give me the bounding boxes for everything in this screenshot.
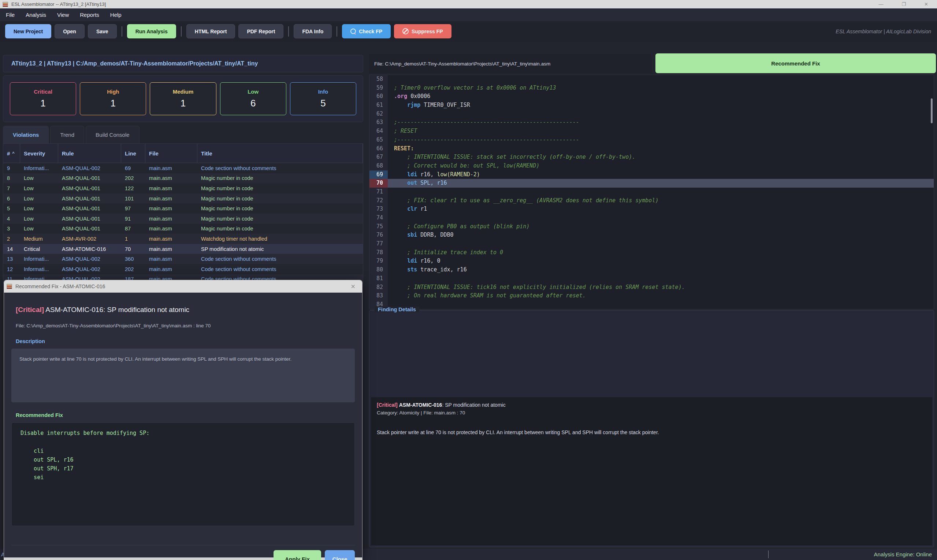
- new-project-button[interactable]: New Project: [5, 24, 51, 38]
- severity-card-info: Info5: [290, 82, 356, 115]
- editor-line[interactable]: 77: [369, 240, 934, 248]
- cell-title: Magic number in code: [198, 173, 363, 184]
- severity-card-low: Low6: [220, 82, 286, 115]
- violation-row[interactable]: 9Informati...ASM-QUAL-00269main.asmCode …: [3, 163, 363, 173]
- violations-body: 9Informati...ASM-QUAL-00269main.asmCode …: [3, 163, 363, 283]
- editor-line[interactable]: 64; RESET: [369, 127, 934, 136]
- apply-fix-button[interactable]: Apply Fix: [273, 550, 321, 560]
- cell-num: 5: [3, 203, 20, 214]
- cell-severity: Low: [20, 183, 58, 194]
- line-number: 80: [369, 266, 388, 274]
- editor-line[interactable]: 78 ; Initialize trace index to 0: [369, 248, 934, 257]
- line-content: ; INTENTIONAL ISSUE: tick16 not explicit…: [388, 283, 934, 292]
- fda-info-button[interactable]: FDA Info: [294, 24, 332, 38]
- line-content: [388, 188, 934, 197]
- violation-row[interactable]: 6LowASM-QUAL-001101main.asmMagic number …: [3, 194, 363, 204]
- violation-row[interactable]: 12Informati...ASM-QUAL-002202main.asmCod…: [3, 264, 363, 274]
- cell-num: 13: [3, 254, 20, 264]
- severity-card-count: 1: [40, 98, 45, 109]
- editor-line[interactable]: 80 sts trace_idx, r16: [369, 266, 934, 274]
- suppress-fp-button[interactable]: Suppress FP: [394, 24, 451, 38]
- code-editor[interactable]: 5859; Timer0 overflow vector is at 0x000…: [369, 75, 934, 309]
- html-report-button[interactable]: HTML Report: [186, 24, 235, 38]
- dialog-close-icon[interactable]: ✕: [351, 283, 362, 290]
- violation-row[interactable]: 5LowASM-QUAL-00197main.asmMagic number i…: [3, 203, 363, 214]
- menu-item-view[interactable]: View: [57, 12, 69, 18]
- check-fp-button[interactable]: Check FP: [342, 24, 391, 38]
- editor-line[interactable]: 75 ; Configure PB0 as output (blink pin): [369, 222, 934, 231]
- violation-row[interactable]: 14CriticalASM-ATOMIC-01670main.asmSP mod…: [3, 244, 363, 254]
- line-number: 77: [369, 240, 388, 248]
- file-path-label: File: C:\Amp_demos\AT-Tiny-Assemblomator…: [369, 54, 652, 73]
- line-number: 82: [369, 283, 388, 292]
- minimize-icon[interactable]: —: [878, 0, 883, 8]
- menu-item-file[interactable]: File: [6, 12, 15, 18]
- cell-num: 2: [3, 234, 20, 244]
- line-number: 81: [369, 274, 388, 283]
- cell-title: Magic number in code: [198, 203, 363, 214]
- finding-body: Stack pointer write at line 70 is not pr…: [377, 429, 926, 436]
- recommended-fix-button[interactable]: Recommended Fix: [655, 54, 936, 73]
- editor-line[interactable]: 70 out SPL, r16: [369, 179, 934, 188]
- line-content: ldi r16, 0: [388, 257, 934, 266]
- menu-item-analysis[interactable]: Analysis: [26, 12, 46, 18]
- maximize-icon[interactable]: ❐: [901, 0, 906, 8]
- line-number: 60: [369, 92, 388, 101]
- editor-line[interactable]: 61 rjmp TIMER0_OVF_ISR: [369, 101, 934, 110]
- tab-build-console[interactable]: Build Console: [86, 126, 139, 143]
- line-content: [388, 300, 934, 309]
- editor-line[interactable]: 84: [369, 300, 934, 309]
- pdf-report-button[interactable]: PDF Report: [238, 24, 283, 38]
- editor-line[interactable]: 66RESET:: [369, 145, 934, 153]
- violation-row[interactable]: 8LowASM-QUAL-001202main.asmMagic number …: [3, 173, 363, 184]
- tab-trend[interactable]: Trend: [50, 126, 84, 143]
- editor-line[interactable]: 76 sbi DDRB, DDB0: [369, 231, 934, 240]
- column-header-title[interactable]: Title: [198, 144, 363, 163]
- tab-violations[interactable]: Violations: [3, 126, 49, 143]
- violation-row[interactable]: 2MediumASM-AVR-0021main.asmWatchdog time…: [3, 234, 363, 244]
- cell-line: 122: [121, 183, 145, 194]
- editor-line[interactable]: 82 ; INTENTIONAL ISSUE: tick16 not expli…: [369, 283, 934, 292]
- editor-line[interactable]: 60.org 0x0006: [369, 92, 934, 101]
- menu-item-reports[interactable]: Reports: [80, 12, 99, 18]
- finding-rule-id: ASM-ATOMIC-016: [399, 402, 442, 408]
- finding-meta: Category: Atomicity | File: main.asm : 7…: [377, 410, 926, 415]
- editor-scrollbar-thumb[interactable]: [931, 98, 932, 123]
- column-header-num[interactable]: #^: [3, 144, 20, 163]
- column-header-line[interactable]: Line: [121, 144, 145, 163]
- close-icon[interactable]: ✕: [924, 0, 928, 8]
- editor-line[interactable]: 62: [369, 110, 934, 118]
- editor-line[interactable]: 73 clr r1: [369, 205, 934, 214]
- cell-title: Magic number in code: [198, 183, 363, 194]
- editor-line[interactable]: 67 ; INTENTIONAL ISSUE: stack set incorr…: [369, 153, 934, 162]
- dialog-close-button[interactable]: Close: [325, 550, 355, 560]
- editor-line[interactable]: 65;-------------------------------------…: [369, 136, 934, 145]
- dialog-title: Recommended Fix - ASM-ATOMIC-016: [15, 283, 105, 289]
- editor-line[interactable]: 74: [369, 214, 934, 222]
- editor-line[interactable]: 83 ; On real hardware SRAM is not guaran…: [369, 292, 934, 300]
- violation-row[interactable]: 7LowASM-QUAL-001122main.asmMagic number …: [3, 183, 363, 194]
- violation-row[interactable]: 4LowASM-QUAL-00191main.asmMagic number i…: [3, 214, 363, 224]
- cell-file: main.asm: [145, 163, 198, 173]
- save-button[interactable]: Save: [88, 24, 117, 38]
- cell-num: 9: [3, 163, 20, 173]
- violation-row[interactable]: 13Informati...ASM-QUAL-002360main.asmCod…: [3, 254, 363, 264]
- cell-title: Watchdog timer not handled: [198, 234, 363, 244]
- violation-row[interactable]: 3LowASM-QUAL-00187main.asmMagic number i…: [3, 224, 363, 234]
- editor-line[interactable]: 81: [369, 274, 934, 283]
- menu-item-help[interactable]: Help: [110, 12, 122, 18]
- editor-line[interactable]: 72 ; FIX: clear r1 to use as __zero_reg_…: [369, 197, 934, 205]
- editor-line[interactable]: 79 ldi r16, 0: [369, 257, 934, 266]
- editor-line[interactable]: 69 ldi r16, low(RAMEND-2): [369, 171, 934, 179]
- editor-line[interactable]: 71: [369, 188, 934, 197]
- editor-line[interactable]: 68 ; Correct would be: out SPL, low(RAME…: [369, 162, 934, 171]
- column-header-file[interactable]: File: [145, 144, 198, 163]
- open-button[interactable]: Open: [54, 24, 85, 38]
- column-header-rule[interactable]: Rule: [58, 144, 121, 163]
- column-header-severity[interactable]: Severity: [20, 144, 58, 163]
- editor-line[interactable]: 59; Timer0 overflow vector is at 0x0006 …: [369, 84, 934, 92]
- line-number: 71: [369, 188, 388, 197]
- run-analysis-button[interactable]: Run Analysis: [127, 24, 176, 38]
- editor-line[interactable]: 58: [369, 75, 934, 84]
- editor-line[interactable]: 63;-------------------------------------…: [369, 118, 934, 127]
